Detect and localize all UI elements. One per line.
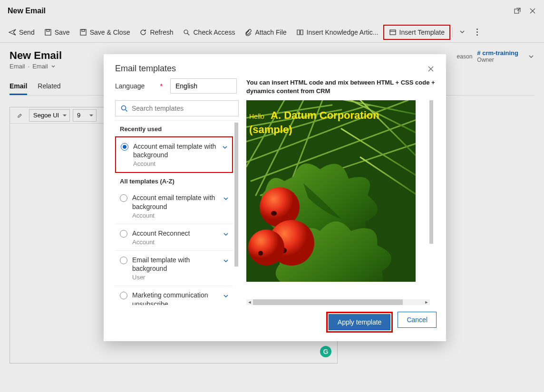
grammarly-icon[interactable]: G (320, 346, 331, 357)
insert-knowledge-label: Insert Knowledge Artic... (307, 29, 379, 36)
preview-horizontal-scrollbar[interactable]: ◄ ► (246, 299, 430, 305)
attach-file-label: Attach File (255, 29, 286, 36)
required-indicator: * (160, 82, 163, 90)
email-templates-modal: Email templates Language * Recently used (104, 54, 446, 341)
template-list-scrollbar[interactable] (234, 121, 239, 305)
send-label: Send (19, 29, 35, 36)
save-label: Save (55, 29, 70, 36)
chevron-down-icon[interactable] (223, 231, 229, 238)
attach-file-button[interactable]: Attach File (240, 26, 291, 39)
radio[interactable] (120, 230, 127, 238)
section-all-templates: All templates (A-Z) (115, 173, 233, 189)
breadcrumb-part: Email (10, 63, 25, 70)
search-field[interactable] (132, 105, 233, 112)
radio[interactable] (120, 257, 127, 264)
toolbar-overflow-dropdown[interactable] (455, 25, 470, 39)
radio[interactable] (120, 194, 127, 202)
toolbar-more-menu[interactable] (470, 26, 485, 38)
svg-rect-4 (82, 29, 85, 31)
chevron-down-icon[interactable] (528, 53, 534, 60)
insert-knowledge-button[interactable]: Insert Knowledge Artic... (291, 26, 383, 39)
template-name: Account email template with background (132, 193, 218, 210)
language-input[interactable] (170, 78, 237, 94)
svg-point-5 (184, 30, 188, 34)
window-title: New Email (8, 7, 46, 15)
svg-point-14 (258, 251, 263, 256)
save-close-button[interactable]: Save & Close (75, 26, 135, 39)
save-close-label: Save & Close (90, 29, 130, 36)
page-title: New Email (10, 49, 62, 62)
editor-paint-icon[interactable] (14, 109, 26, 122)
refresh-label: Refresh (150, 29, 173, 36)
template-item-0[interactable]: Account email template with background A… (115, 189, 233, 224)
modal-close-button[interactable] (427, 65, 435, 73)
template-name: Email template with background (132, 256, 218, 273)
svg-rect-3 (80, 29, 86, 35)
template-item-1[interactable]: Account Reconnect Account (115, 224, 233, 251)
template-preview-image: Hello A. Datum Corporation(sample) (246, 100, 416, 282)
owner-label: Owner (477, 57, 518, 63)
breadcrumb-part[interactable]: Email (32, 63, 48, 70)
preview-caption: You can insert HTML code and mix between… (246, 78, 437, 96)
tab-email[interactable]: Email (10, 78, 27, 95)
template-item-2[interactable]: Email template with background User (115, 251, 233, 286)
font-select[interactable]: Segoe UI (29, 109, 70, 122)
save-button[interactable]: Save (39, 26, 75, 39)
apply-template-button[interactable]: Apply template (329, 314, 391, 330)
svg-rect-6 (390, 30, 396, 35)
search-templates-input[interactable] (115, 100, 239, 116)
breadcrumb: Email · Email (10, 63, 62, 70)
modal-title: Email templates (115, 64, 176, 74)
check-access-button[interactable]: Check Access (178, 26, 240, 39)
popout-icon[interactable] (514, 7, 521, 15)
svg-point-13 (248, 229, 284, 266)
close-icon[interactable] (529, 7, 536, 15)
reason-label-partial: eason (457, 53, 473, 60)
radio[interactable] (120, 292, 127, 299)
template-type: Account (132, 239, 218, 246)
svg-point-7 (122, 106, 126, 110)
svg-rect-1 (45, 29, 51, 35)
preview-vertical-scrollbar[interactable] (429, 100, 434, 305)
language-label: Language (115, 82, 155, 90)
svg-rect-0 (515, 9, 519, 13)
template-type: Account (132, 212, 218, 219)
tab-related[interactable]: Related (38, 78, 60, 95)
svg-rect-2 (47, 29, 49, 31)
chevron-down-icon[interactable] (223, 195, 229, 202)
check-access-label: Check Access (193, 29, 235, 36)
insert-template-label: Insert Template (399, 29, 445, 36)
toolbar-separator (452, 27, 453, 38)
chevron-down-icon[interactable] (222, 144, 228, 151)
template-name: Account Reconnect (132, 229, 218, 238)
font-size-select[interactable]: 9 (73, 109, 97, 122)
section-recently-used: Recently used (115, 121, 233, 136)
template-type: User (132, 274, 218, 281)
owner-link[interactable]: # crm-training (477, 49, 518, 57)
template-item-3[interactable]: Marketing communication unsubscribe ackn… (115, 286, 233, 305)
template-name: Account email template with background (133, 142, 217, 159)
apply-template-highlight: Apply template (326, 312, 393, 333)
svg-point-10 (271, 211, 277, 216)
refresh-button[interactable]: Refresh (135, 26, 178, 39)
search-icon (120, 105, 128, 112)
insert-template-button[interactable]: Insert Template (383, 25, 450, 40)
send-button[interactable]: Send (4, 26, 39, 39)
template-name: Marketing communication unsubscribe ackn… (132, 291, 218, 305)
chevron-down-icon[interactable] (223, 293, 229, 299)
template-item-recent-0[interactable]: Account email template with background A… (115, 136, 233, 173)
preview-overlay-text: Hello A. Datum Corporation(sample) (249, 109, 379, 137)
chevron-down-icon[interactable] (223, 258, 229, 264)
template-type: Account (133, 160, 217, 167)
cancel-button[interactable]: Cancel (398, 312, 437, 328)
radio-selected[interactable] (121, 143, 128, 151)
